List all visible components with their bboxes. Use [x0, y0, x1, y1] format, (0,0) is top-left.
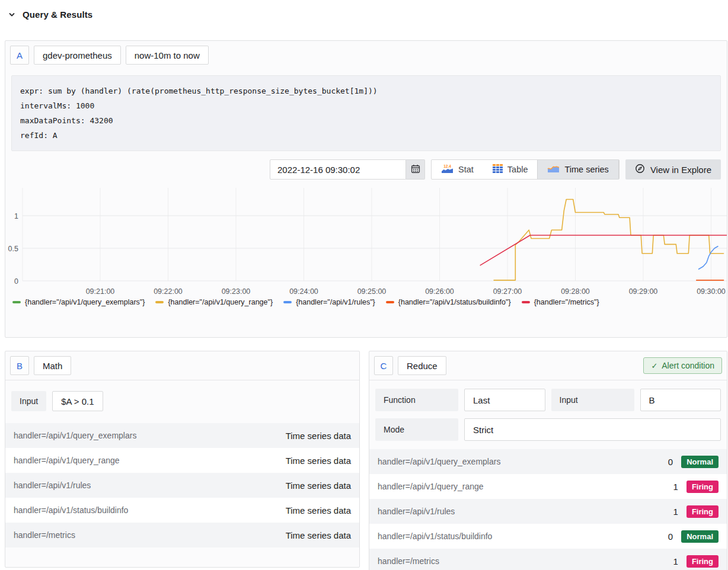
table-row: handler=/api/v1/query_exemplars0Normal [369, 449, 727, 474]
row-handler-label: handler=/api/v1/query_exemplars [378, 457, 668, 466]
x-axis-tick: 09:27:00 [493, 287, 522, 296]
table-row: handler=/api/v1/query_exemplarsTime seri… [5, 423, 359, 448]
legend-item[interactable]: {handler="/api/v1/query_exemplars"} [12, 298, 145, 306]
reduce-panel: C Reduce ✓ Alert condition Function Last… [369, 351, 727, 570]
timeseries-icon [547, 164, 560, 175]
row-handler-label: handler=/api/v1/rules [14, 481, 286, 490]
view-mode-label: Stat [458, 165, 474, 174]
table-row: handler=/api/v1/query_rangeTime series d… [5, 448, 359, 473]
legend-label: {handler="/api/v1/status/buildinfo"} [398, 298, 511, 306]
query-results-section-header[interactable]: Query & Results [8, 9, 92, 20]
math-panel-header: B Math [5, 351, 359, 380]
x-axis-tick: 09:22:00 [154, 287, 183, 296]
legend-item[interactable]: {handler="/api/v1/rules"} [283, 298, 375, 306]
mode-label: Mode [375, 418, 458, 441]
series-line [480, 235, 727, 265]
legend-swatch [155, 301, 164, 303]
row-value: Time series data [286, 456, 351, 466]
function-select[interactable]: Last [464, 389, 545, 411]
legend-swatch [12, 301, 21, 303]
legend-item[interactable]: {handler="/api/v1/query_range"} [155, 298, 273, 306]
x-axis-tick: 09:25:00 [357, 287, 387, 296]
evaluation-time-group: 2022-12-16 09:30:02 [270, 159, 425, 180]
table-row: handler=/api/v1/status/buildinfoTime ser… [5, 498, 359, 523]
table-row: handler=/api/v1/rulesTime series data [5, 473, 359, 498]
y-axis-tick: 0.5 [8, 245, 18, 253]
x-axis-tick: 09:21:00 [86, 287, 115, 296]
table-row: handler=/metricsTime series data [5, 523, 359, 547]
x-axis-tick: 09:29:00 [629, 287, 658, 296]
operation-button-math[interactable]: Math [34, 356, 71, 375]
y-axis-tick: 1 [14, 212, 18, 220]
row-handler-label: handler=/api/v1/status/buildinfo [14, 505, 286, 515]
reduce-fields: Function Last Input B Mode Strict [369, 380, 727, 449]
status-badge: Firing [687, 555, 719, 568]
row-value: Time series data [286, 481, 351, 491]
view-mode-toggle-group: 12.4StatTableTime series [431, 159, 620, 180]
view-in-explore-label: View in Explore [650, 165, 711, 175]
x-axis-tick: 09:24:00 [289, 287, 318, 296]
time-range-button[interactable]: now-10m to now [126, 46, 209, 65]
alert-condition-badge[interactable]: ✓ Alert condition [643, 357, 722, 374]
table-row: handler=/metrics1Firing [369, 549, 727, 570]
compass-icon [635, 164, 645, 175]
reduce-results-list: handler=/api/v1/query_exemplars0Normalha… [369, 449, 727, 570]
calendar-button[interactable] [406, 159, 425, 180]
view-mode-table[interactable]: Table [483, 160, 538, 179]
chart-legend: {handler="/api/v1/query_exemplars"}{hand… [12, 298, 611, 306]
evaluation-time-input[interactable]: 2022-12-16 09:30:02 [270, 159, 406, 180]
function-label: Function [375, 389, 458, 411]
math-panel: B Math Input $A > 0.1 handler=/api/v1/qu… [5, 351, 360, 568]
page-title: Query & Results [23, 9, 92, 20]
view-in-explore-button[interactable]: View in Explore [625, 159, 721, 180]
row-value: 1 [673, 482, 678, 492]
calendar-icon [411, 164, 420, 175]
legend-item[interactable]: {handler="/api/v1/status/buildinfo"} [386, 298, 511, 306]
check-icon: ✓ [651, 361, 657, 370]
chevron-down-icon [8, 11, 15, 18]
row-handler-label: handler=/api/v1/rules [378, 507, 673, 516]
row-value: 0 [668, 531, 673, 542]
row-handler-label: handler=/api/v1/query_range [14, 456, 286, 465]
legend-swatch [522, 301, 530, 303]
status-badge: Firing [687, 505, 719, 518]
view-mode-stat[interactable]: 12.4Stat [432, 160, 483, 179]
series-line [494, 200, 723, 280]
reduce-input-select[interactable]: B [640, 389, 721, 411]
expression-input[interactable]: $A > 0.1 [52, 391, 103, 411]
query-panel-header: A gdev-prometheus now-10m to now [5, 41, 727, 69]
view-mode-label: Time series [564, 165, 608, 174]
math-results-list: handler=/api/v1/query_exemplarsTime seri… [5, 423, 359, 547]
view-mode-label: Table [507, 165, 528, 174]
row-handler-label: handler=/api/v1/query_range [378, 482, 673, 491]
y-axis-tick: 0 [14, 277, 18, 286]
status-badge: Firing [687, 481, 719, 493]
legend-label: {handler="/api/v1/rules"} [296, 298, 375, 306]
status-badge: Normal [681, 530, 719, 543]
svg-text:12.4: 12.4 [443, 164, 451, 168]
table-row: handler=/api/v1/status/buildinfo0Normal [369, 524, 727, 549]
ref-id-badge-b: B [10, 356, 29, 375]
view-mode-time-series[interactable]: Time series [537, 160, 618, 179]
query-controls-row: 2022-12-16 09:30:02 12.4Stat [11, 159, 721, 180]
query-panel: A gdev-prometheus now-10m to now expr: s… [5, 40, 727, 338]
reduce-panel-header: C Reduce ✓ Alert condition [369, 351, 727, 380]
row-value: 1 [673, 556, 678, 566]
legend-swatch [283, 301, 292, 303]
row-value: Time series data [286, 530, 351, 540]
ref-id-badge-c: C [374, 356, 393, 375]
mode-select[interactable]: Strict [464, 418, 721, 441]
x-axis-tick: 09:26:00 [425, 287, 454, 296]
alert-condition-label: Alert condition [662, 361, 714, 370]
row-handler-label: handler=/metrics [14, 530, 286, 540]
table-row: handler=/api/v1/rules1Firing [369, 499, 727, 524]
row-value: Time series data [286, 431, 351, 441]
table-row: handler=/api/v1/query_range1Firing [369, 474, 727, 499]
operation-button-reduce[interactable]: Reduce [398, 356, 446, 375]
row-value: 1 [673, 507, 678, 517]
legend-item[interactable]: {handler="/metrics"} [522, 298, 599, 306]
status-badge: Normal [681, 456, 719, 468]
row-value: Time series data [286, 505, 351, 515]
datasource-button[interactable]: gdev-prometheus [34, 46, 121, 65]
time-series-chart[interactable]: 00.5109:21:0009:22:0009:23:0009:24:0009:… [5, 184, 727, 297]
